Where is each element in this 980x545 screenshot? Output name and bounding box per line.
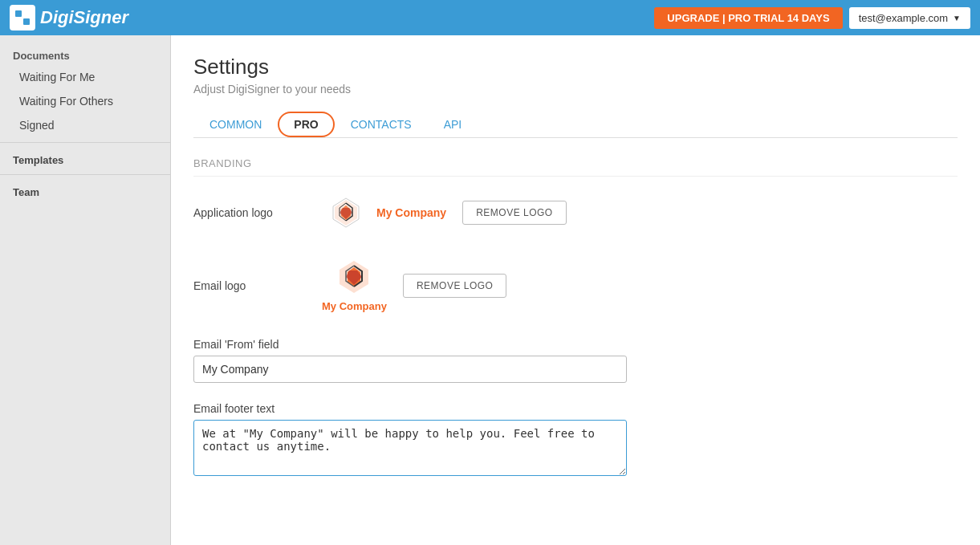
header-right: UPGRADE | PRO TRIAL 14 DAYS test@example…	[654, 7, 970, 29]
page-title: Settings	[193, 55, 958, 79]
email-logo-label: Email logo	[193, 279, 322, 292]
svg-rect-1	[23, 10, 30, 17]
tab-common[interactable]: COMMON	[193, 112, 278, 137]
svg-rect-2	[15, 18, 22, 25]
header: DigiSigner UPGRADE | PRO TRIAL 14 DAYS t…	[0, 0, 980, 35]
svg-rect-0	[15, 10, 22, 17]
logo-text: DigiSigner	[40, 7, 128, 28]
digi-text: Digi	[40, 7, 74, 27]
email-from-section: Email 'From' field	[193, 338, 958, 383]
remove-email-logo-button[interactable]: REMOVE LOGO	[403, 274, 507, 298]
email-logo-row: Email logo My Company REMOVE LOGO	[193, 258, 958, 312]
email-from-input[interactable]	[193, 356, 627, 383]
tab-contacts[interactable]: CONTACTS	[335, 112, 428, 137]
svg-rect-3	[23, 18, 30, 25]
sidebar-item-waiting-for-me[interactable]: Waiting For Me	[0, 65, 170, 89]
email-logo-name: My Company	[322, 300, 387, 312]
email-footer-section: Email footer text We at "My Company" wil…	[193, 402, 958, 478]
documents-section-label: Documents	[0, 43, 170, 65]
application-logo-image	[322, 193, 370, 233]
email-logo-content: My Company REMOVE LOGO	[322, 258, 506, 312]
sidebar-item-waiting-for-others[interactable]: Waiting For Others	[0, 89, 170, 113]
sidebar: Documents Waiting For Me Waiting For Oth…	[0, 35, 171, 545]
tab-pro[interactable]: PRO	[278, 112, 334, 137]
team-section-label[interactable]: Team	[0, 180, 170, 201]
upgrade-button[interactable]: UPGRADE | PRO TRIAL 14 DAYS	[654, 7, 842, 29]
chevron-down-icon: ▼	[953, 14, 961, 22]
templates-section-label[interactable]: Templates	[0, 148, 170, 169]
tab-api[interactable]: API	[428, 112, 478, 137]
settings-tabs: COMMON PRO CONTACTS API	[193, 112, 958, 138]
page-subtitle: Adjust DigiSigner to your needs	[193, 83, 958, 96]
application-logo-row: Application logo My C	[193, 193, 958, 233]
email-logo-image	[330, 258, 378, 299]
email-footer-label: Email footer text	[193, 402, 958, 415]
user-menu-button[interactable]: test@example.com ▼	[849, 7, 970, 29]
email-footer-textarea[interactable]: We at "My Company" will be happy to help…	[193, 420, 627, 476]
application-logo-content: My Company REMOVE LOGO	[322, 193, 567, 233]
application-logo-name: My Company	[376, 206, 446, 219]
app-logo: DigiSigner	[10, 5, 128, 31]
application-logo-label: Application logo	[193, 206, 322, 219]
main-content: Settings Adjust DigiSigner to your needs…	[171, 35, 980, 545]
signer-text: Signer	[74, 7, 128, 27]
application-logo-display: My Company	[322, 193, 446, 233]
email-from-label: Email 'From' field	[193, 338, 958, 351]
email-logo-display: My Company	[322, 258, 387, 312]
app-layout: Documents Waiting For Me Waiting For Oth…	[0, 35, 980, 545]
sidebar-item-signed[interactable]: Signed	[0, 113, 170, 137]
remove-application-logo-button[interactable]: REMOVE LOGO	[462, 201, 567, 225]
sidebar-divider	[0, 142, 170, 143]
sidebar-divider-2	[0, 174, 170, 175]
branding-section-label: BRANDING	[193, 157, 958, 177]
logo-icon	[10, 5, 35, 31]
user-email-label: test@example.com	[859, 12, 948, 24]
